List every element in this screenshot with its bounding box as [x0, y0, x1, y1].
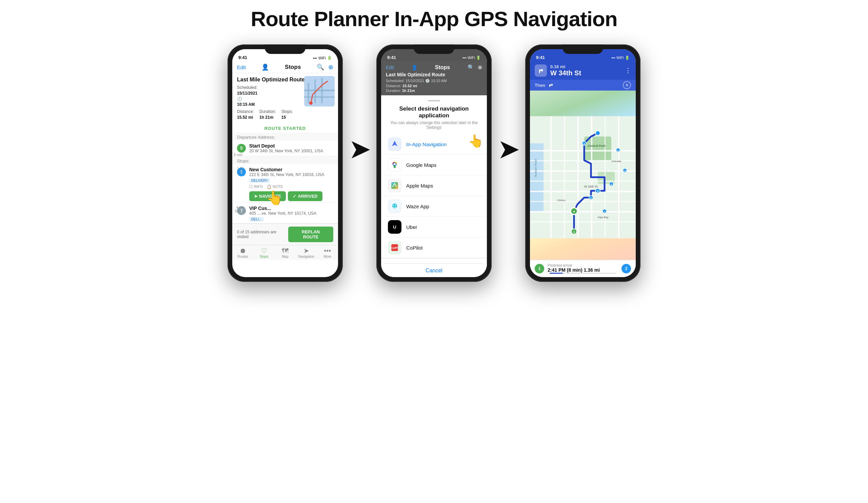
- search-icon[interactable]: 🔍: [317, 63, 324, 71]
- nav-option-waze[interactable]: Waze App: [381, 196, 487, 217]
- arrived-button[interactable]: ✓ ARRIVED: [288, 191, 322, 201]
- phone2-header-icons: 🔍 ⊕: [467, 64, 482, 71]
- phone2-header-title: Stops: [435, 64, 450, 71]
- stop-dist-1: 1.29mi: [234, 167, 247, 174]
- cancel-section: Cancel: [381, 258, 487, 277]
- svg-point-12: [394, 165, 396, 168]
- uber-icon-svg: U: [390, 222, 400, 232]
- phone2-search-icon[interactable]: 🔍: [467, 64, 474, 71]
- uber-label: Uber: [406, 224, 417, 230]
- phone2-notch: [414, 44, 454, 54]
- svg-point-18: [395, 205, 396, 206]
- map-thumbnail-svg: [304, 76, 335, 106]
- info-link[interactable]: ⓘ INFO: [249, 184, 263, 189]
- phone2-wrapper: 9:41 ▪▪▪ WiFi 🔋 Edit 👤 Stops 🔍 ⊕: [376, 44, 492, 282]
- phone1-notch: [265, 44, 306, 54]
- route-started-bar: ROUTE STARTED: [232, 124, 338, 133]
- stop-marker-s: S: [237, 144, 246, 153]
- stop-name-vip: VIP Cus...: [249, 206, 333, 211]
- sheet-subtitle: You can always change this selection lat…: [381, 120, 487, 130]
- check-icon: ✓: [293, 194, 296, 199]
- nav-distance: 0.16 mi: [550, 64, 581, 69]
- phone2-edit[interactable]: Edit: [386, 65, 394, 70]
- svg-text:Yorkville: Yorkville: [611, 160, 621, 163]
- phone2-sheet: Select desired navigation application Yo…: [381, 95, 487, 277]
- apple-icon-svg: [390, 181, 400, 190]
- phone2-route-scheduled: Scheduled: 15/10/2021 🕙 10:15 AM: [386, 79, 482, 83]
- navigate-arrow-icon: ➤: [254, 194, 258, 199]
- phone3-wrapper: 9:41 ▪▪▪ WiFi 🔋 0.16 mi W 34th St: [525, 44, 640, 282]
- then-bar: Then N: [530, 80, 636, 91]
- stop-dist-2: 4 min0.64 mi: [233, 206, 248, 213]
- stop-address-1: 222 E 34th St, New York, NY 10016, USA: [249, 172, 333, 177]
- phones-row: 9:41 ▪▪▪ WiFi 🔋 Edit 👤 Stops 🔍 ⊕: [27, 44, 841, 282]
- phone2-dimmed-header: Edit 👤 Stops 🔍 ⊕ Last Mile Optimized Rou…: [381, 61, 487, 95]
- replan-button[interactable]: REPLAN ROUTE: [288, 227, 333, 242]
- arrow1: ➤: [343, 136, 376, 191]
- svg-rect-32: [530, 191, 636, 192]
- google-maps-label: Google Maps: [406, 162, 436, 168]
- tab-routes[interactable]: ⏺ Routes: [232, 247, 253, 258]
- svg-text:Hudson River: Hudson River: [534, 159, 537, 177]
- nav-option-copilot[interactable]: CoPlt CoPilot: [381, 237, 487, 258]
- svg-rect-5: [304, 96, 335, 98]
- nav-more-icon[interactable]: ⋮: [625, 67, 631, 74]
- direction-icon: [535, 64, 547, 76]
- add-icon[interactable]: ⊕: [328, 63, 333, 71]
- sheet-handle: [428, 100, 440, 101]
- edit-button[interactable]: Edit: [237, 64, 246, 70]
- inapp-nav-label: In-App Navigation: [406, 142, 446, 147]
- google-maps-icon: [388, 158, 402, 172]
- routes-icon: ⏺: [239, 247, 246, 254]
- tab-more[interactable]: ••• More: [317, 247, 338, 258]
- stop-name-depot: Start Depot: [249, 143, 333, 148]
- arrival-card: 1 Predicted arrival 2:41 PM (8 min) 1.36…: [530, 260, 636, 277]
- svg-rect-34: [530, 211, 636, 213]
- nav-info: 0.16 mi W 34th St: [550, 64, 581, 77]
- phone1-status-icons: ▪▪▪ WiFi 🔋: [313, 55, 332, 60]
- svg-rect-37: [564, 116, 565, 238]
- phone3-time: 9:41: [536, 55, 545, 60]
- phone2-route-distance: Distance: 15.52 mi: [386, 84, 482, 88]
- tab-navigation[interactable]: ➤ Navigation: [296, 247, 317, 258]
- waze-icon: [388, 199, 402, 213]
- phone2-add-icon[interactable]: ⊕: [478, 64, 482, 71]
- svg-point-46: [596, 131, 600, 136]
- copilot-icon: CoPlt: [388, 241, 402, 254]
- distance-item: Distance: 15.52 mi: [237, 109, 254, 120]
- svg-rect-24: [530, 116, 636, 238]
- gps-map-svg: 1 3 8 12 14 6 5: [530, 91, 636, 264]
- nav-option-uber[interactable]: U Uber: [381, 217, 487, 237]
- phone3-frame: 9:41 ▪▪▪ WiFi 🔋 0.16 mi W 34th St: [525, 44, 640, 282]
- header-icons: 🔍 ⊕: [317, 63, 333, 71]
- phone3-notch: [562, 44, 603, 54]
- tab-stops[interactable]: ♡ Stops: [253, 247, 274, 258]
- phone2-screen: 9:41 ▪▪▪ WiFi 🔋 Edit 👤 Stops 🔍 ⊕: [381, 49, 487, 277]
- departure-label: Departure Address:: [232, 133, 338, 141]
- phone1-frame: 9:41 ▪▪▪ WiFi 🔋 Edit 👤 Stops 🔍 ⊕: [228, 44, 343, 282]
- note-icon: 📋: [267, 185, 271, 189]
- navigation-icon: ➤: [303, 247, 309, 254]
- phone3-nav-header: 0.16 mi W 34th St ⋮: [530, 61, 636, 80]
- svg-rect-36: [550, 116, 552, 238]
- nav-option-inapp[interactable]: In-App Navigation 👆: [381, 134, 487, 155]
- stop-name-1: New Customer: [249, 167, 333, 172]
- waze-icon-svg: [390, 202, 400, 211]
- arrival-end-marker: 2: [621, 264, 631, 273]
- bottom-count-bar: 0 of 15 addresses are visited REPLAN ROU…: [232, 224, 338, 245]
- svg-point-6: [309, 101, 313, 105]
- stops-icon: ♡: [261, 247, 267, 254]
- tab-map[interactable]: 🗺 Map: [275, 247, 296, 258]
- route-map-thumbnail: [304, 76, 335, 106]
- arrival-start-marker: 1: [535, 264, 544, 273]
- route-info-card: Last Mile Optimized Route Scheduled: 15/…: [232, 73, 338, 124]
- sheet-title: Select desired navigation application: [381, 105, 487, 119]
- duration-item: Duration: 1h 21m: [259, 109, 276, 120]
- note-link[interactable]: 📋 NOTE: [267, 184, 283, 189]
- nav-option-google[interactable]: Google Maps: [381, 155, 487, 175]
- navigate-button[interactable]: ➤ NAVIGATE: [249, 191, 286, 201]
- stop-address-depot: 20 W 34th St, New York, NY 10001, USA: [249, 148, 333, 153]
- person-icon: 👤: [261, 63, 269, 71]
- nav-option-apple[interactable]: Apple Maps: [381, 175, 487, 196]
- cancel-button[interactable]: Cancel: [384, 263, 484, 277]
